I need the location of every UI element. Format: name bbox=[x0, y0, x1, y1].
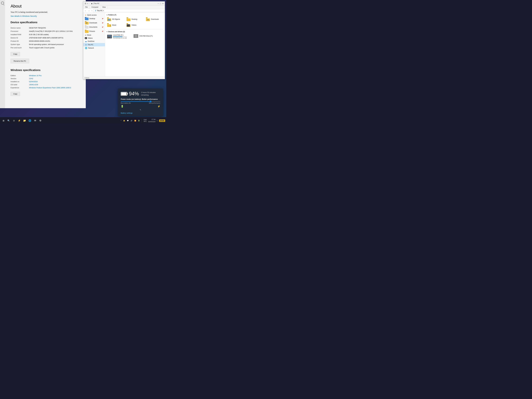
devices-section: ▼ Devices and drives (2) bbox=[106, 29, 164, 39]
ram-value: 8.00 GB (7.60 GB usable) bbox=[29, 33, 82, 36]
battery-time-label: remaining bbox=[141, 94, 156, 96]
sidebar-item-network[interactable]: 🌐 Network bbox=[83, 46, 105, 50]
installed-label: Installed on bbox=[11, 80, 29, 83]
file-explorer-body: ★ Quick access Desktop 📌 Downloads 📌 bbox=[83, 13, 165, 76]
sidebar-item-downloads[interactable]: Downloads 📌 bbox=[83, 21, 105, 25]
taskbar-settings[interactable]: ⚙ bbox=[38, 118, 43, 123]
battery-icon bbox=[121, 92, 127, 96]
battery-settings-link[interactable]: Battery settings bbox=[121, 112, 160, 114]
edition-label: Edition bbox=[11, 74, 29, 77]
search-icon[interactable] bbox=[1, 2, 4, 5]
folder-3d-objects-label: 3D Objects bbox=[112, 18, 120, 20]
maximize-button[interactable]: □ bbox=[160, 2, 161, 5]
language-indicator[interactable]: ENGINTL bbox=[143, 119, 147, 123]
sidebar-item-quick-access[interactable]: ★ Quick access bbox=[83, 13, 105, 17]
edition-value: Windows 10 Pro bbox=[29, 74, 82, 77]
device-local-disk[interactable]: Local Disk (C:) 76.9 GB free of 111 GB bbox=[106, 34, 130, 39]
quick-access-label: Quick access bbox=[87, 14, 97, 16]
sidebar-item-videos[interactable]: ▶ Videos bbox=[83, 37, 105, 40]
folder-downloads-label: Downloads bbox=[151, 18, 159, 20]
tray-battery[interactable]: 🔋 bbox=[138, 120, 140, 122]
mail-icon: ✉ bbox=[34, 119, 36, 122]
local-disk-label: Local Disk (C:) bbox=[113, 34, 127, 36]
sidebar-this-pc-label: This PC bbox=[88, 44, 93, 46]
cloud-icon: ☁ bbox=[85, 40, 87, 43]
sidebar-pictures-label: Pictures bbox=[89, 30, 95, 32]
folder-videos[interactable]: Videos bbox=[126, 23, 144, 27]
show-desktop-button[interactable]: □ bbox=[156, 120, 158, 122]
taskbar-store[interactable]: 🌐 bbox=[27, 118, 32, 123]
rename-pc-button[interactable]: Rename this PC bbox=[11, 59, 29, 63]
spec-row-installed: Installed on 02/04/2024 bbox=[11, 80, 82, 83]
spec-row-version: Version 22H2 bbox=[11, 77, 82, 80]
sidebar-item-documents[interactable]: Documents 📌 bbox=[83, 25, 105, 29]
copy-device-specs-button[interactable]: Copy bbox=[11, 52, 20, 56]
close-button[interactable]: ✕ bbox=[162, 2, 164, 5]
device-name-value: DESKTOP-T8HQCR3 bbox=[29, 26, 82, 30]
tray-chevron[interactable]: ^ bbox=[120, 120, 122, 122]
taskbar-file-explorer[interactable]: 📁 bbox=[22, 118, 27, 123]
back-button[interactable]: ← bbox=[84, 9, 87, 12]
version-label: Version bbox=[11, 77, 29, 80]
pen-label: Pen and touch bbox=[11, 46, 29, 49]
ribbon-tab-file[interactable]: File bbox=[83, 6, 90, 9]
folder-music[interactable]: ♫ Music bbox=[106, 23, 125, 27]
security-text: Your PC is being monitored and protected… bbox=[11, 11, 82, 14]
pin3-icon: 📌 bbox=[102, 26, 103, 28]
pen-value: Touch support with 2 touch points bbox=[29, 46, 82, 49]
sidebar-item-this-pc[interactable]: 🖥 This PC bbox=[83, 43, 105, 46]
system-tray: ^ 🔔 💬 🔊 📶 🔋 ENGINTL 17:34 02/04/2024 □ bbox=[120, 119, 158, 123]
sidebar-item-desktop[interactable]: Desktop 📌 bbox=[83, 17, 105, 21]
folder-desktop-label: Desktop bbox=[132, 18, 137, 20]
spec-row-pen: Pen and touch Touch support with 2 touch… bbox=[11, 46, 82, 49]
taskbar-mail[interactable]: ✉ bbox=[33, 118, 38, 123]
gear-icon: ⚙ bbox=[39, 119, 41, 122]
taskbar-edge[interactable]: ⚡ bbox=[17, 118, 22, 123]
up-button[interactable]: ↑ bbox=[91, 9, 93, 12]
about-title: About bbox=[11, 4, 82, 9]
taskbar-start-button[interactable]: ⊞ bbox=[1, 118, 6, 123]
chevron-down-2-icon: ▼ bbox=[106, 31, 108, 32]
spec-row-product-id: Product ID 00330-80000-00000-AA251 bbox=[11, 39, 82, 43]
windows-specs-table: Edition Windows 10 Pro Version 22H2 Inst… bbox=[11, 74, 82, 89]
tray-notifications[interactable]: 🔔 bbox=[123, 120, 126, 122]
battery-popup: 94% 2 hours 53 minutes remaining Power m… bbox=[118, 89, 163, 116]
battery-icons-row: 🔋 ⚡ bbox=[121, 105, 160, 108]
tray-chat[interactable]: 💬 bbox=[127, 120, 129, 122]
folder-3d-objects[interactable]: 3D 3D Objects bbox=[106, 17, 125, 22]
pin-icon: 📌 bbox=[102, 18, 103, 19]
clock[interactable]: 17:34 02/04/2024 bbox=[148, 119, 155, 123]
device-name-label: Device name bbox=[11, 26, 29, 30]
device-dvd-drive[interactable]: DVD RW Drive (F:) bbox=[133, 34, 154, 38]
system-type-label: System type bbox=[11, 43, 29, 46]
tray-volume[interactable]: 🔊 bbox=[130, 120, 133, 122]
copy-windows-specs-button[interactable]: Copy bbox=[11, 92, 20, 96]
sidebar-onedrive-label: OneDrive bbox=[88, 40, 94, 42]
minimize-button[interactable]: ─ bbox=[158, 2, 159, 5]
tray-network[interactable]: 📶 bbox=[134, 120, 137, 122]
sidebar-item-onedrive[interactable]: ☁ OneDrive bbox=[83, 40, 105, 43]
music-icon: ♫ bbox=[85, 34, 86, 36]
security-link[interactable]: See details in Windows Security bbox=[11, 15, 82, 17]
address-path[interactable]: 🖥 This PC > bbox=[93, 9, 164, 12]
settings-panel: About Your PC is being monitored and pro… bbox=[0, 0, 86, 108]
ribbon-tab-computer[interactable]: Computer bbox=[90, 6, 100, 9]
forward-button[interactable]: → bbox=[88, 9, 90, 12]
sidebar-item-music[interactable]: ♫ Music bbox=[83, 33, 105, 37]
sidebar-downloads-label: Downloads bbox=[89, 22, 97, 24]
taskbar-search-button[interactable]: 🔍 bbox=[6, 118, 11, 123]
edge-icon: ⚡ bbox=[18, 119, 21, 122]
folder-desktop[interactable]: Desktop bbox=[126, 17, 144, 22]
e530-badge: E530 bbox=[159, 119, 165, 122]
disk-progress-bar bbox=[113, 36, 127, 37]
spec-row-experience: Experience Windows Feature Experience Pa… bbox=[11, 86, 82, 89]
devices-section-title: Devices and drives (2) bbox=[108, 31, 125, 33]
folder-downloads[interactable]: Downloads bbox=[145, 17, 164, 22]
taskbar-task-view[interactable]: ⊡ bbox=[12, 118, 16, 123]
checkmark-icon: ✓ bbox=[89, 3, 90, 4]
sidebar-item-pictures[interactable]: Pictures 📌 bbox=[83, 29, 105, 33]
file-explorer-main: ▼ Folders (7) 3D 3D Objects bbox=[105, 13, 165, 76]
ribbon-tab-view[interactable]: View bbox=[100, 6, 108, 9]
current-time: 17:34 bbox=[148, 119, 155, 121]
device-specs-title: Device specifications bbox=[11, 21, 82, 24]
